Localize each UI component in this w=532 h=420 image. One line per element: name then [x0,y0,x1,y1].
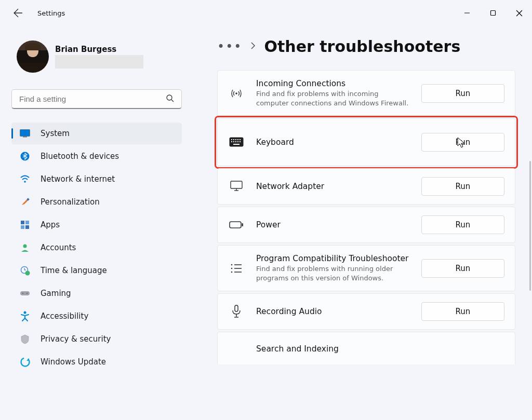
sidebar-item-time-language[interactable]: Time & language [11,260,182,281]
troubleshooter-network-adapter: Network Adapter Run [217,168,515,205]
svg-rect-37 [230,222,241,228]
profile-block[interactable]: Brian Burgess [11,37,187,75]
search-input-container[interactable] [11,89,182,109]
sidebar-item-label: Network & internet [41,174,115,184]
sidebar-item-windows-update[interactable]: Windows Update [11,351,182,373]
clock-globe-icon [20,265,30,276]
svg-point-17 [22,293,23,294]
svg-point-7 [24,181,26,183]
person-icon [20,242,30,253]
svg-rect-31 [237,141,238,142]
troubleshooter-title: Incoming Connections [256,79,409,88]
svg-point-41 [231,271,233,273]
svg-rect-28 [231,141,232,142]
svg-rect-32 [240,141,241,142]
main-content: ••• Other troubleshooters Incoming Conne… [192,26,532,420]
sidebar-item-system[interactable]: System [11,123,182,144]
svg-rect-33 [233,144,240,145]
update-icon [20,357,30,367]
troubleshooter-program-compat: Program Compatibility Troubleshooter Fin… [217,245,515,291]
run-button[interactable]: Run [421,215,504,234]
bluetooth-icon [20,151,30,161]
monitor-network-icon [229,179,244,194]
scrollbar-thumb[interactable] [529,161,531,291]
svg-rect-38 [242,223,244,226]
svg-point-15 [25,270,30,275]
sidebar-item-privacy[interactable]: Privacy & security [11,328,182,350]
cursor-icon [457,137,466,148]
sidebar-item-label: Bluetooth & devices [41,152,119,161]
nav-list: System Bluetooth & devices Network & int… [11,123,187,373]
search-input[interactable] [19,94,154,103]
titlebar: Settings [0,0,532,26]
troubleshooter-title: Recording Audio [256,307,409,316]
svg-rect-24 [233,139,234,140]
svg-rect-45 [235,305,238,311]
svg-rect-34 [231,181,242,188]
close-button[interactable] [506,0,532,26]
sidebar-item-bluetooth[interactable]: Bluetooth & devices [11,145,182,167]
minimize-button[interactable] [454,0,480,26]
svg-line-3 [171,100,174,102]
sidebar-item-label: Personalization [41,197,100,207]
svg-point-19 [24,311,26,314]
svg-rect-25 [235,139,236,140]
svg-rect-5 [23,137,27,138]
wifi-icon [20,174,30,184]
troubleshooter-incoming-connections: Incoming Connections Find and fix proble… [217,70,515,116]
troubleshooter-power: Power Run [217,207,515,243]
placeholder-icon [229,342,244,356]
keyboard-icon [229,135,244,150]
sidebar-item-network[interactable]: Network & internet [11,168,182,190]
sidebar-item-accessibility[interactable]: Accessibility [11,305,182,327]
sidebar-item-accounts[interactable]: Accounts [11,237,182,259]
sidebar-item-label: Privacy & security [41,334,111,344]
sidebar-item-apps[interactable]: Apps [11,214,182,236]
troubleshooter-search-indexing: Search and Indexing [217,332,515,364]
svg-rect-30 [235,141,236,142]
back-button[interactable] [14,8,23,18]
svg-rect-9 [21,221,24,224]
maximize-button[interactable] [480,0,506,26]
svg-rect-23 [231,139,232,140]
svg-point-18 [26,293,28,294]
run-button[interactable]: Run [421,302,504,321]
microphone-icon [229,304,244,319]
window-controls [454,0,532,26]
sidebar-item-label: Windows Update [41,357,106,367]
troubleshooter-desc: Find and fix problems with incoming comp… [256,89,409,107]
svg-rect-27 [240,139,241,140]
system-icon [20,128,30,139]
shield-icon [20,334,30,344]
troubleshooter-title: Keyboard [256,138,409,147]
accessibility-icon [20,311,30,321]
svg-rect-16 [20,291,30,295]
troubleshooter-title: Power [256,220,409,229]
svg-point-2 [167,95,172,100]
svg-rect-11 [21,225,24,229]
sidebar-item-label: Gaming [41,289,71,298]
sidebar-item-personalization[interactable]: Personalization [11,191,182,213]
gamepad-icon [20,288,30,299]
troubleshooter-keyboard: Keyboard Run [217,118,515,166]
run-button[interactable]: Run [421,84,504,103]
svg-point-21 [235,92,237,94]
sidebar-item-label: Accessibility [41,311,88,321]
sidebar-item-label: Accounts [41,243,76,252]
breadcrumb-more-icon[interactable]: ••• [217,44,242,50]
avatar [17,40,49,73]
page-title: Other troubleshooters [264,37,460,56]
battery-icon [229,218,244,232]
sidebar-item-label: Apps [41,220,60,229]
apps-icon [20,220,30,230]
svg-point-39 [231,264,233,265]
svg-rect-29 [233,141,234,142]
troubleshooter-title: Search and Indexing [256,344,504,354]
search-icon [166,94,174,104]
profile-email-redacted [55,55,143,69]
sidebar-item-label: Time & language [41,266,107,275]
sidebar: Brian Burgess System [0,26,192,420]
run-button[interactable]: Run [421,177,504,196]
run-button[interactable]: Run [421,259,504,278]
sidebar-item-gaming[interactable]: Gaming [11,282,182,304]
